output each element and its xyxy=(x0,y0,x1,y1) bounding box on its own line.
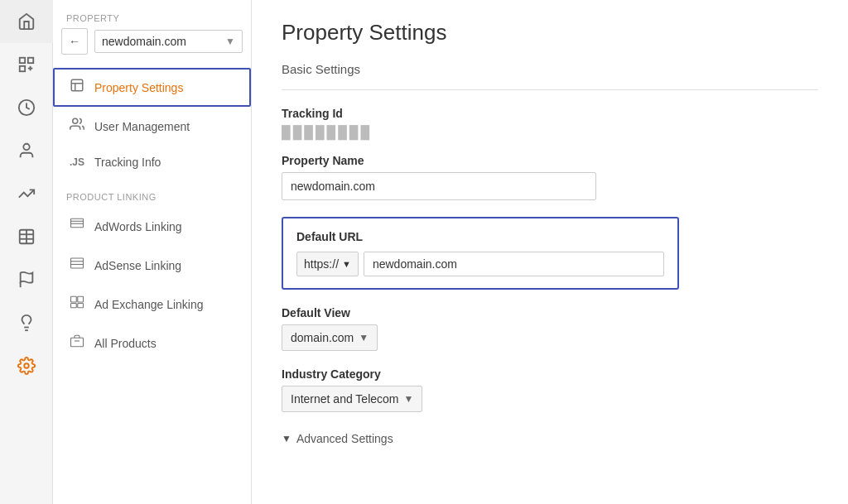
default-view-value: domain.com xyxy=(291,331,354,344)
industry-category-dropdown[interactable]: Internet and Telecom ▼ xyxy=(282,386,422,412)
tracking-info-icon: .JS xyxy=(68,156,86,168)
page-title: Property Settings xyxy=(282,20,818,46)
protocol-value: https:// xyxy=(304,257,339,271)
svg-rect-17 xyxy=(71,79,83,91)
sidebar: PROPERTY ← newdomain.com ▼ Property Sett… xyxy=(53,0,252,504)
industry-category-value: Internet and Telecom xyxy=(291,392,399,406)
svg-point-20 xyxy=(73,118,78,123)
svg-rect-0 xyxy=(19,58,24,63)
property-settings-label: Property Settings xyxy=(94,81,183,94)
property-name-label: Property Name xyxy=(282,154,818,167)
tracking-id-value: ████████ xyxy=(282,125,818,139)
all-products-label: All Products xyxy=(94,337,157,350)
adsense-linking-icon xyxy=(68,256,86,275)
svg-rect-31 xyxy=(71,338,84,347)
all-products-icon xyxy=(68,334,86,353)
svg-rect-27 xyxy=(71,296,77,302)
svg-rect-21 xyxy=(71,218,84,228)
svg-rect-30 xyxy=(78,304,84,308)
default-view-label: Default View xyxy=(282,306,818,319)
tracking-id-label: Tracking Id xyxy=(282,107,818,120)
protocol-dropdown[interactable]: https:// ▼ xyxy=(296,252,359,276)
basic-settings-title: Basic Settings xyxy=(282,52,818,90)
nav-settings[interactable] xyxy=(0,344,53,387)
nav-add-widget[interactable] xyxy=(0,43,53,86)
nav-home[interactable] xyxy=(0,0,53,43)
default-url-box: Default URL https:// ▼ xyxy=(282,217,679,290)
user-management-icon xyxy=(68,117,86,136)
nav-user[interactable] xyxy=(0,129,53,172)
advanced-settings-row[interactable]: ▼ Advanced Settings xyxy=(282,432,818,445)
advanced-settings-chevron-icon: ▼ xyxy=(282,433,292,444)
sidebar-item-user-management[interactable]: User Management xyxy=(53,107,251,146)
nav-flag[interactable] xyxy=(0,258,53,301)
svg-rect-2 xyxy=(19,66,24,71)
adwords-linking-label: AdWords Linking xyxy=(94,220,182,233)
property-name-input[interactable] xyxy=(282,172,596,200)
sidebar-item-ad-exchange-linking[interactable]: Ad Exchange Linking xyxy=(53,285,251,324)
svg-rect-24 xyxy=(71,258,84,268)
ad-exchange-linking-icon xyxy=(68,295,86,314)
adwords-linking-icon xyxy=(68,217,86,236)
product-linking-label: PRODUCT LINKING xyxy=(53,179,251,207)
svg-point-14 xyxy=(24,363,29,368)
svg-point-6 xyxy=(23,144,29,150)
advanced-settings-label: Advanced Settings xyxy=(296,432,393,445)
sidebar-item-tracking-info[interactable]: .JS Tracking Info xyxy=(53,146,251,179)
nav-table[interactable] xyxy=(0,215,53,258)
default-view-chevron-icon: ▼ xyxy=(359,332,369,343)
sidebar-item-all-products[interactable]: All Products xyxy=(53,324,251,362)
property-settings-icon xyxy=(68,78,86,97)
property-selector-row: ← newdomain.com ▼ xyxy=(53,28,251,68)
property-label: PROPERTY xyxy=(53,13,251,28)
domain-input[interactable] xyxy=(364,252,664,276)
svg-rect-29 xyxy=(71,304,77,308)
nav-goals[interactable] xyxy=(0,172,53,215)
adsense-linking-label: AdSense Linking xyxy=(94,259,181,272)
default-url-label: Default URL xyxy=(296,230,664,243)
default-view-dropdown[interactable]: domain.com ▼ xyxy=(282,324,378,351)
property-dropdown[interactable]: newdomain.com ▼ xyxy=(94,30,243,53)
svg-rect-28 xyxy=(78,296,84,302)
nav-bar xyxy=(0,0,53,504)
property-dropdown-value: newdomain.com xyxy=(102,35,186,48)
back-button[interactable]: ← xyxy=(61,28,88,55)
svg-rect-1 xyxy=(27,58,32,63)
industry-category-chevron-icon: ▼ xyxy=(404,393,414,405)
nav-bulb[interactable] xyxy=(0,301,53,344)
ad-exchange-linking-label: Ad Exchange Linking xyxy=(94,298,204,311)
sidebar-item-adwords-linking[interactable]: AdWords Linking xyxy=(53,207,251,246)
sidebar-item-adsense-linking[interactable]: AdSense Linking xyxy=(53,246,251,285)
nav-reports[interactable] xyxy=(0,86,53,129)
tracking-info-label: Tracking Info xyxy=(94,156,161,169)
protocol-chevron-icon: ▼ xyxy=(342,259,351,269)
sidebar-item-property-settings[interactable]: Property Settings xyxy=(53,68,251,107)
user-management-label: User Management xyxy=(94,120,190,133)
url-input-row: https:// ▼ xyxy=(296,252,664,276)
main-content: Property Settings Basic Settings Trackin… xyxy=(252,0,848,504)
industry-category-label: Industry Category xyxy=(282,367,818,381)
chevron-down-icon: ▼ xyxy=(225,36,235,47)
